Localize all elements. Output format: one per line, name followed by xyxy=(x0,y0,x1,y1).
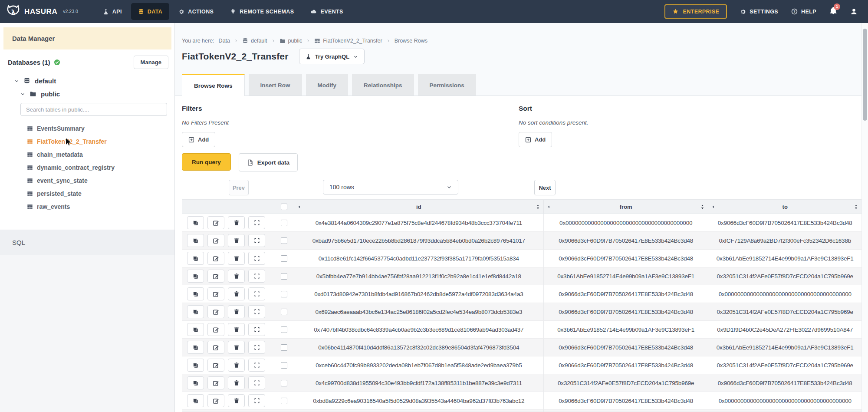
breadcrumb-item-default[interactable]: default xyxy=(242,38,267,44)
row-checkbox[interactable] xyxy=(281,326,287,333)
select-all-checkbox[interactable] xyxy=(281,204,287,210)
manage-button[interactable]: Manage xyxy=(134,56,168,69)
nav-item-actions[interactable]: ACTIONS xyxy=(171,0,221,23)
tree-item-schema[interactable]: public xyxy=(0,87,174,100)
notifications-button[interactable]: 1 xyxy=(829,7,837,16)
next-page-button[interactable]: Next xyxy=(534,180,556,195)
add-filter-button[interactable]: Add xyxy=(182,132,215,147)
user-icon[interactable] xyxy=(850,8,858,15)
tab-relationships[interactable]: Relationships xyxy=(352,74,414,96)
edit-row-button[interactable] xyxy=(207,323,224,336)
sidebar-table-item-dynamic-contract-registry[interactable]: dynamic_contract_registry xyxy=(0,161,174,174)
expand-row-button[interactable] xyxy=(248,287,265,300)
edit-row-button[interactable] xyxy=(207,376,224,389)
column-header-to[interactable]: to xyxy=(708,200,861,214)
tab-browse-rows[interactable]: Browse Rows xyxy=(182,74,245,96)
delete-row-button[interactable] xyxy=(228,234,245,247)
tab-insert-row[interactable]: Insert Row xyxy=(249,74,302,96)
clone-row-button[interactable] xyxy=(187,234,204,247)
clone-row-button[interactable] xyxy=(187,376,204,389)
delete-row-button[interactable] xyxy=(228,252,245,265)
edit-row-button[interactable] xyxy=(207,234,224,247)
tree-item-database[interactable]: default xyxy=(0,74,174,87)
clone-row-button[interactable] xyxy=(187,252,204,265)
vertical-scrollbar-thumb[interactable] xyxy=(863,29,867,121)
expand-row-button[interactable] xyxy=(248,323,265,336)
edit-row-button[interactable] xyxy=(207,216,224,229)
chevron-down-icon[interactable] xyxy=(20,92,25,96)
sidebar-table-item-raw-events[interactable]: raw_events xyxy=(0,200,174,213)
expand-row-button[interactable] xyxy=(248,270,265,283)
clone-row-button[interactable] xyxy=(187,323,204,336)
nav-item-api[interactable]: API xyxy=(95,0,129,23)
delete-row-button[interactable] xyxy=(228,394,245,407)
expand-row-button[interactable] xyxy=(248,252,265,265)
edit-row-button[interactable] xyxy=(207,270,224,283)
sidebar-table-item-chain-metadata[interactable]: chain_metadata xyxy=(0,148,174,161)
clone-row-button[interactable] xyxy=(187,359,204,372)
delete-row-button[interactable] xyxy=(228,305,245,318)
edit-row-button[interactable] xyxy=(207,252,224,265)
expand-row-button[interactable] xyxy=(248,305,265,318)
clone-row-button[interactable] xyxy=(187,270,204,283)
row-checkbox[interactable] xyxy=(281,380,287,386)
nav-item-remote-schemas[interactable]: REMOTE SCHEMAS xyxy=(223,0,301,23)
hasura-brand[interactable]: λ HASURA v2.23.0 xyxy=(6,4,78,19)
try-graphql-button[interactable]: Try GraphQL xyxy=(299,49,365,64)
delete-row-button[interactable] xyxy=(228,359,245,372)
clone-row-button[interactable] xyxy=(187,287,204,300)
row-checkbox[interactable] xyxy=(281,273,287,280)
column-header-id[interactable]: id xyxy=(294,200,544,214)
breadcrumb-item-fiattokenv2-2-transfer[interactable]: FiatTokenV2_2_Transfer xyxy=(314,38,382,44)
help-button[interactable]: ? HELP xyxy=(791,8,816,15)
clone-row-button[interactable] xyxy=(187,305,204,318)
sidebar-table-item-fiattokenv2-2-transfer[interactable]: FiatTokenV2_2_Transfer xyxy=(0,135,174,148)
row-checkbox[interactable] xyxy=(281,362,287,369)
sidebar-table-item-eventssummary[interactable]: EventsSummary xyxy=(0,122,174,135)
row-checkbox[interactable] xyxy=(281,237,287,244)
page-size-select[interactable]: 100 rows xyxy=(323,180,458,194)
column-header-from[interactable]: from xyxy=(544,200,709,214)
expand-row-button[interactable] xyxy=(248,394,265,407)
sidebar-table-item-event-sync-state[interactable]: event_sync_state xyxy=(0,174,174,187)
chevron-down-icon[interactable] xyxy=(14,79,19,83)
breadcrumb-item-browse-rows[interactable]: Browse Rows xyxy=(395,38,427,44)
delete-row-button[interactable] xyxy=(228,323,245,336)
clone-row-button[interactable] xyxy=(187,341,204,354)
prev-page-button[interactable]: Prev xyxy=(229,180,249,195)
edit-row-button[interactable] xyxy=(207,394,224,407)
sidebar-table-item-persisted-state[interactable]: persisted_state xyxy=(0,187,174,200)
expand-row-button[interactable] xyxy=(248,376,265,389)
expand-row-button[interactable] xyxy=(248,359,265,372)
row-checkbox[interactable] xyxy=(281,344,287,351)
delete-row-button[interactable] xyxy=(228,216,245,229)
breadcrumb-item-public[interactable]: public xyxy=(279,38,302,44)
row-checkbox[interactable] xyxy=(281,220,287,226)
tab-modify[interactable]: Modify xyxy=(306,74,349,96)
edit-row-button[interactable] xyxy=(207,359,224,372)
nav-item-events[interactable]: EVENTS xyxy=(303,0,350,23)
search-tables-input[interactable] xyxy=(20,103,167,116)
export-data-button[interactable]: Export data xyxy=(239,153,298,171)
run-query-button[interactable]: Run query xyxy=(182,153,231,171)
enterprise-button[interactable]: ENTERPRISE xyxy=(664,4,727,19)
breadcrumb-item-data[interactable]: Data xyxy=(219,38,230,44)
tab-permissions[interactable]: Permissions xyxy=(418,74,476,96)
row-checkbox[interactable] xyxy=(281,291,287,297)
clone-row-button[interactable] xyxy=(187,394,204,407)
delete-row-button[interactable] xyxy=(228,341,245,354)
row-checkbox[interactable] xyxy=(281,309,287,315)
sidebar-item-sql[interactable]: SQL xyxy=(0,230,174,255)
row-checkbox[interactable] xyxy=(281,398,287,404)
settings-button[interactable]: SETTINGS xyxy=(740,9,778,15)
vertical-scrollbar-track[interactable] xyxy=(861,23,868,412)
edit-row-button[interactable] xyxy=(207,341,224,354)
expand-row-button[interactable] xyxy=(248,216,265,229)
add-sort-button[interactable]: Add xyxy=(519,132,552,147)
clone-row-button[interactable] xyxy=(187,216,204,229)
edit-row-button[interactable] xyxy=(207,305,224,318)
expand-row-button[interactable] xyxy=(248,341,265,354)
edit-row-button[interactable] xyxy=(207,287,224,300)
delete-row-button[interactable] xyxy=(228,287,245,300)
expand-row-button[interactable] xyxy=(248,234,265,247)
